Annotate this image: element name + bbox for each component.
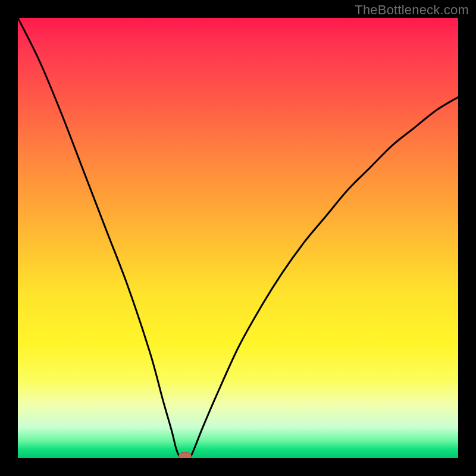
plot-area [18, 18, 458, 458]
watermark-text: TheBottleneck.com [355, 2, 469, 18]
chart-frame: TheBottleneck.com [0, 0, 476, 476]
bottleneck-curve [18, 18, 458, 458]
optimal-marker [178, 452, 192, 458]
